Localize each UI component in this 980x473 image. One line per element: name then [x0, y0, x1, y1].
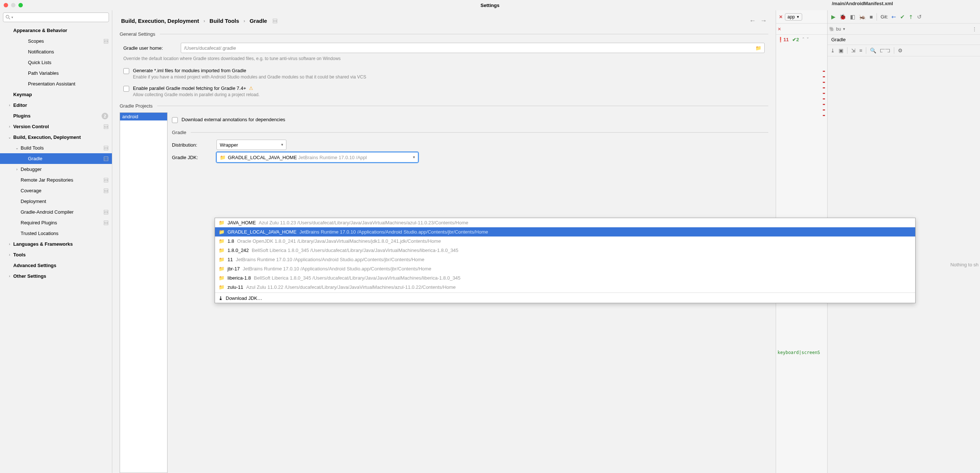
breadcrumb-item[interactable]: Build, Execution, Deployment: [121, 18, 199, 24]
folder-icon: 📁: [219, 257, 224, 262]
chevron-down-icon: ▼: [412, 156, 416, 159]
project-list-item[interactable]: android: [120, 113, 167, 121]
tree-item[interactable]: ›Languages & Frameworks: [0, 239, 112, 249]
run-config-selector[interactable]: app ▼: [785, 13, 802, 21]
project-detail: Download external annotations for depend…: [172, 112, 768, 473]
annotations-checkbox[interactable]: [172, 117, 178, 123]
close-button[interactable]: [4, 3, 8, 7]
jdk-option[interactable]: 📁jbr-17JetBrains Runtime 17.0.10 /Applic…: [215, 264, 915, 273]
toggle-button[interactable]: ⫍⫎: [880, 48, 890, 53]
sync-button[interactable]: ⤓: [830, 48, 835, 53]
git-push-button[interactable]: ↗: [907, 13, 915, 21]
project-marker-icon: ▭: [104, 39, 108, 43]
settings-button[interactable]: ⚙: [898, 48, 903, 53]
tree-item[interactable]: Notifications: [0, 46, 112, 57]
error-indicator[interactable]: ❗11: [778, 37, 789, 42]
tree-item[interactable]: ›Other Settings: [0, 271, 112, 282]
gradle-subheader: Gradle: [172, 130, 186, 135]
git-commit-button[interactable]: ✔: [900, 14, 905, 20]
profile-button[interactable]: 🦗: [859, 14, 866, 20]
folder-icon: 📁: [219, 266, 224, 271]
coverage-button[interactable]: ◧: [850, 14, 855, 20]
parallel-checkbox[interactable]: [123, 86, 129, 92]
projects-list[interactable]: android: [120, 112, 167, 473]
tree-item[interactable]: Coverage▭: [0, 185, 112, 196]
chevron-icon: ›: [6, 124, 13, 129]
parallel-help: Allow collecting Gradle models in parall…: [133, 92, 259, 97]
jdk-option[interactable]: 📁1.8Oracle OpenJDK 1.8.0_241 /Library/Ja…: [215, 237, 915, 246]
chevron-icon: ⌄: [13, 146, 21, 150]
tree-item[interactable]: ›Debugger: [0, 164, 112, 175]
execute-button[interactable]: 🔍: [870, 48, 876, 53]
user-home-input[interactable]: /Users/ducafecat/.gradle 📁: [181, 43, 765, 53]
chevron-down-icon: ▼: [796, 15, 800, 19]
chevron-down-icon: ▼: [280, 143, 284, 147]
warning-indicator[interactable]: ✔2: [792, 37, 799, 42]
maximize-button[interactable]: [18, 3, 23, 7]
tree-item[interactable]: Path Variables: [0, 68, 112, 78]
folder-icon: 📁: [219, 275, 224, 281]
jdk-option[interactable]: 📁11JetBrains Runtime 17.0.10 /Applicatio…: [215, 255, 915, 264]
jdk-option[interactable]: 📁GRADLE_LOCAL_JAVA_HOMEJetBrains Runtime…: [215, 227, 915, 237]
tree-item[interactable]: Gradle-Android Compiler▭: [0, 207, 112, 217]
titlebar: Settings /main/AndroidManifest.xml: [0, 0, 980, 10]
run-button[interactable]: ▶: [831, 14, 836, 20]
iml-checkbox[interactable]: [123, 68, 129, 74]
tree-item[interactable]: ›Tools: [0, 249, 112, 260]
tree-item[interactable]: Trusted Locations: [0, 228, 112, 239]
jdk-option[interactable]: 📁zulu-11Azul Zulu 11.0.22 /Users/ducafec…: [215, 283, 915, 292]
more-icon[interactable]: ⋮: [970, 26, 978, 32]
back-button[interactable]: ←: [749, 17, 756, 25]
tree-item[interactable]: Appearance & Behavior: [0, 25, 112, 36]
tree-item[interactable]: Required Plugins▭: [0, 217, 112, 228]
stop-button[interactable]: ■: [870, 14, 873, 20]
tree-item[interactable]: Gradle▭: [0, 153, 112, 164]
tree-item[interactable]: Remote Jar Repositories▭: [0, 175, 112, 185]
forward-button[interactable]: →: [760, 17, 767, 25]
tab-label[interactable]: bu: [836, 27, 841, 32]
close-icon[interactable]: ✕: [778, 27, 781, 32]
settings-search-input[interactable]: [15, 15, 107, 20]
tree-item[interactable]: Keymap: [0, 89, 112, 100]
chevron-down-icon[interactable]: ▼: [842, 27, 846, 31]
jdk-option[interactable]: 📁liberica-1.8BellSoft Liberica 1.8.0_345…: [215, 273, 915, 283]
jdk-option-name: 1.8.0_242: [228, 248, 249, 253]
tree-item[interactable]: ›Version Control▭: [0, 121, 112, 132]
jdk-option-detail: JetBrains Runtime 17.0.10 /Applications/…: [243, 266, 431, 271]
git-label: Git:: [881, 14, 888, 19]
attach-button[interactable]: ▣: [838, 48, 843, 53]
close-icon[interactable]: ✕: [779, 14, 783, 19]
download-icon: ⤓: [219, 295, 223, 301]
expand-button[interactable]: ⇲: [851, 48, 856, 53]
tree-item[interactable]: Presentation Assistant: [0, 78, 112, 89]
tree-item[interactable]: Quick Lists: [0, 57, 112, 68]
git-pull-button[interactable]: ↙: [890, 13, 898, 21]
minimize-button[interactable]: [11, 3, 16, 7]
distribution-combo[interactable]: Wrapper ▼: [216, 140, 286, 150]
search-filter-arrow-icon: ▾: [11, 16, 13, 19]
tree-item-label: Remote Jar Repositories: [21, 177, 104, 183]
download-jdk-option[interactable]: ⤓Download JDK…: [215, 294, 915, 303]
chevron-icon: ›: [6, 253, 13, 257]
jdk-option[interactable]: 📁1.8.0_242BellSoft Liberica 1.8.0_345 /U…: [215, 246, 915, 255]
tree-item[interactable]: ⌄Build Tools▭: [0, 143, 112, 153]
tree-item[interactable]: ⌄Build, Execution, Deployment: [0, 132, 112, 143]
tree-item[interactable]: ›Editor: [0, 100, 112, 110]
tree-item[interactable]: Plugins2: [0, 110, 112, 121]
tree-item[interactable]: Deployment: [0, 196, 112, 207]
next-highlight[interactable]: ˇ: [807, 37, 808, 42]
debug-button[interactable]: 🐞: [839, 14, 846, 20]
folder-icon[interactable]: 📁: [756, 45, 761, 51]
tree-item[interactable]: Scopes▭: [0, 36, 112, 46]
folder-icon: 📁: [219, 248, 224, 253]
jdk-option-name: JAVA_HOME: [228, 220, 256, 225]
tree-item-label: Other Settings: [13, 273, 108, 279]
breadcrumb-item[interactable]: Build Tools: [210, 18, 239, 24]
jdk-option[interactable]: 📁JAVA_HOMEAzul Zulu 11.0.23 /Users/ducaf…: [215, 218, 915, 227]
prev-highlight[interactable]: ˆ: [803, 37, 804, 42]
jdk-combo[interactable]: 📁 GRADLE_LOCAL_JAVA_HOME JetBrains Runti…: [216, 152, 418, 162]
collapse-button[interactable]: ≡: [859, 48, 862, 53]
settings-search[interactable]: ▾: [3, 13, 109, 22]
history-button[interactable]: ↺: [917, 14, 922, 20]
tree-item[interactable]: Advanced Settings: [0, 260, 112, 271]
